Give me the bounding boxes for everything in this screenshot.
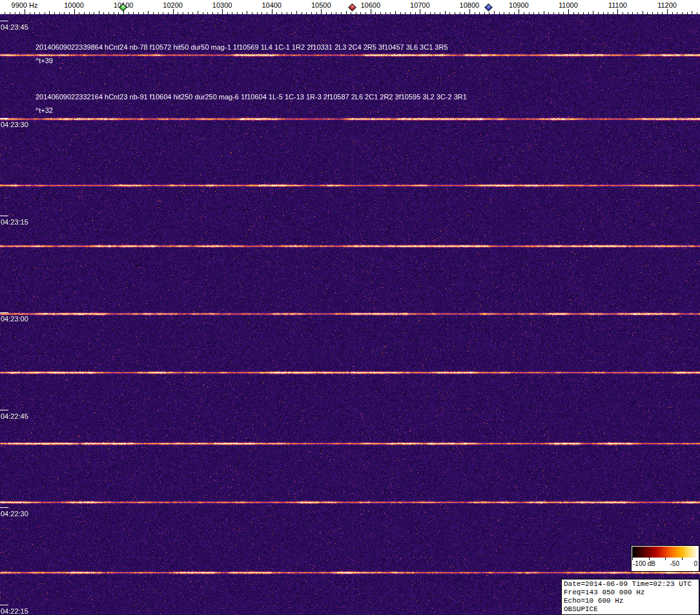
ruler-tick [375,12,376,14]
ruler-tick [10,12,10,14]
ruler-tick [360,12,361,14]
ruler-tick [267,12,267,14]
ruler-tick [49,11,50,14]
ruler-tick [415,12,416,14]
ruler-tick [178,12,178,14]
ruler-tick [371,9,371,14]
ruler-tick [262,12,262,14]
ruler-tick [336,12,336,14]
ruler-tick [311,12,312,14]
ruler-tick [657,12,658,14]
ruler-label: 11000 [559,1,578,9]
ruler-tick [410,12,411,14]
ruler-tick [623,12,623,14]
ruler-tick [583,12,584,14]
ruler-label: 10600 [360,1,380,9]
ruler-tick [400,12,401,14]
frequency-ruler: 9900 Hz100001010010200103001040010500106… [0,0,700,14]
ruler-tick [514,12,515,14]
ruler-tick [19,12,20,14]
ruler-tick [455,12,455,14]
ruler-tick [203,12,203,14]
ruler-tick [509,12,510,14]
ruler-tick [365,12,366,14]
ruler-tick [632,12,633,14]
ruler-tick [138,12,139,14]
ruler-tick [608,12,608,14]
ruler-tick [613,12,613,14]
ruler-tick [252,12,252,14]
red-diamond-marker [349,3,357,12]
ruler-tick [84,12,85,14]
ruler-tick [479,12,480,14]
ruler-tick [99,11,99,14]
ruler-tick [232,12,232,14]
info-box: Date=2014-06-09 Time=02:23 UTC Freq=143 … [561,579,699,615]
ruler-tick [133,12,134,14]
ruler-tick [207,12,208,14]
spectrogram-canvas [0,14,700,615]
ruler-tick [445,11,446,14]
ruler-label: 10300 [212,1,232,9]
ruler-tick [598,12,599,14]
colorbar-max-label: 0 [694,560,697,568]
ruler-tick [25,9,25,14]
ruler-tick [484,12,485,14]
ruler-tick [667,9,668,14]
ruler-tick [504,12,504,14]
ruler-tick [677,12,677,14]
ruler-tick [519,9,519,14]
ruler-label: 10800 [460,1,480,9]
ruler-tick [533,12,534,14]
ruler-tick [59,12,60,14]
ruler-tick [539,12,539,14]
ruler-tick [628,12,628,14]
ruler-tick [69,12,70,14]
info-echo-line: Echo=10 600 Hz [564,597,697,605]
ruler-tick [173,9,174,14]
ruler-tick [489,12,489,14]
ruler-tick [464,12,465,14]
ruler-label: 10900 [509,1,529,9]
ruler-label: 10200 [163,1,183,9]
ruler-tick [544,11,544,14]
colorbar-mid-label: -50 [670,560,679,568]
ruler-tick [118,12,119,14]
ruler-tick [380,12,381,14]
ruler-tick [168,12,169,14]
colorbar-min-label: -100 dB [633,560,655,568]
ruler-tick [94,12,94,14]
ruler-tick [440,12,440,14]
ruler-tick [331,12,332,14]
ruler-tick [430,12,431,14]
ruler-tick [553,12,554,14]
ruler-tick [588,12,589,14]
ruler-tick [306,12,307,14]
ruler-tick [662,12,663,14]
ruler-tick [143,12,144,14]
ruler-tick [494,11,495,14]
ruler-tick [287,12,287,14]
ruler-tick [697,12,697,14]
ruler-tick [158,12,159,14]
info-date-line: Date=2014-06-09 Time=02:23 UTC [564,580,697,589]
ruler-tick [390,12,391,14]
ruler-tick [460,12,460,14]
colorbar-labels: -100 dB -50 0 [632,560,698,568]
ruler-tick [637,12,638,14]
intensity-colorbar: -100 dB -50 0 [631,545,699,572]
ruler-tick [291,12,292,14]
ruler-tick [74,9,75,14]
ruler-tick [64,12,65,14]
ruler-tick [282,12,282,14]
ruler-tick [276,12,277,14]
ruler-tick [346,11,347,14]
ruler-tick [89,12,90,14]
ruler-tick [499,12,500,14]
ruler-tick [316,12,317,14]
ruler-tick [222,9,223,14]
ruler-tick [692,11,692,14]
ruler-tick [218,12,218,14]
ruler-tick [302,12,302,14]
ruler-tick [529,12,530,14]
